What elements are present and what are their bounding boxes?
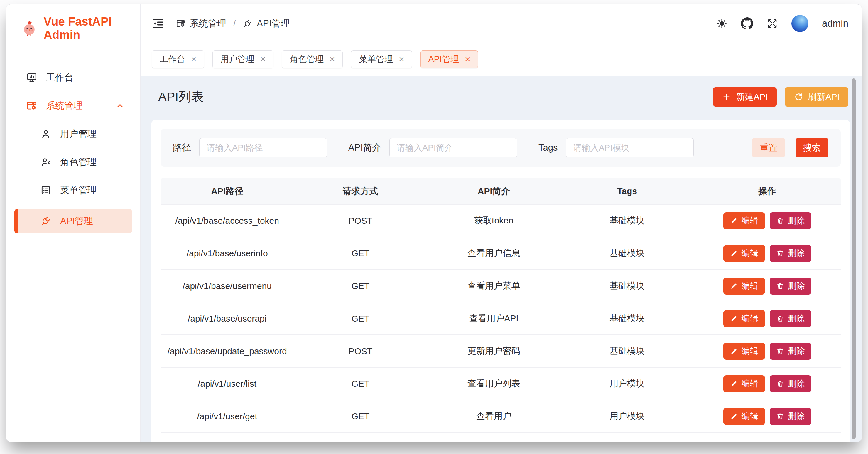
delete-button[interactable]: 删除 — [770, 212, 811, 229]
edit-button[interactable]: 编辑 — [723, 310, 765, 327]
edit-button[interactable]: 编辑 — [723, 212, 765, 229]
delete-button[interactable]: 删除 — [770, 408, 811, 425]
sidebar-item-users[interactable]: 用户管理 — [14, 124, 132, 144]
edit-label: 编辑 — [742, 313, 758, 324]
main-area: 系统管理 / API管理 — [141, 4, 862, 442]
api-path-cell: /api/v1/base/usermenu — [160, 281, 294, 291]
breadcrumb: 系统管理 / API管理 — [176, 17, 290, 30]
delete-button[interactable]: 删除 — [770, 343, 811, 360]
table-row-clipped — [160, 433, 841, 442]
api-path-cell: /api/v1/base/update_password — [160, 346, 294, 356]
search-button[interactable]: 搜索 — [796, 138, 828, 158]
edit-button[interactable]: 编辑 — [723, 278, 765, 294]
table-row: /api/v1/base/userinfo GET 查看用户信息 基础模块 编辑… — [160, 237, 841, 270]
api-method-cell: GET — [294, 281, 427, 291]
header-bar: 系统管理 / API管理 — [141, 4, 862, 42]
trash-icon — [776, 282, 784, 290]
edit-button[interactable]: 编辑 — [723, 375, 765, 392]
trash-icon — [776, 347, 784, 355]
table-row: /api/v1/user/get GET 查看用户 用户模块 编辑 删除 — [160, 400, 841, 433]
new-api-label: 新建API — [736, 91, 768, 103]
tab-apis[interactable]: API管理 × — [420, 50, 478, 68]
sidebar-collapse-icon[interactable] — [152, 17, 165, 30]
tab-label: API管理 — [428, 53, 459, 65]
api-path-cell: /api/v1/base/access_token — [160, 216, 294, 226]
close-icon[interactable]: × — [260, 55, 266, 64]
close-icon[interactable]: × — [399, 55, 404, 64]
filter-buttons: 重置 搜索 — [752, 138, 828, 158]
table-row: /api/v1/base/update_password POST 更新用户密码… — [160, 335, 841, 368]
sidebar-item-workbench[interactable]: 工作台 — [14, 68, 132, 87]
page-title: API列表 — [158, 88, 204, 106]
sidebar-item-label: 工作台 — [46, 72, 73, 84]
trash-icon — [776, 380, 784, 388]
delete-button[interactable]: 删除 — [770, 278, 811, 294]
tags-input[interactable] — [566, 138, 694, 158]
breadcrumb-label: 系统管理 — [190, 17, 226, 30]
delete-button[interactable]: 删除 — [770, 310, 811, 327]
edit-button[interactable]: 编辑 — [723, 408, 765, 425]
sidebar-item-apis[interactable]: API管理 — [14, 209, 132, 233]
tab-users[interactable]: 用户管理 × — [213, 50, 274, 68]
user-avatar[interactable] — [792, 15, 808, 32]
row-actions: 编辑 删除 — [694, 310, 841, 327]
path-input[interactable] — [199, 138, 327, 158]
row-actions: 编辑 删除 — [694, 375, 841, 392]
api-summary-cell: 更新用户密码 — [427, 345, 560, 357]
column-header: API路径 — [160, 185, 294, 197]
breadcrumb-item-system[interactable]: 系统管理 — [176, 17, 226, 30]
tab-menus[interactable]: 菜单管理 × — [351, 50, 412, 68]
close-icon[interactable]: × — [330, 55, 335, 64]
column-header: 请求方式 — [294, 185, 427, 197]
sidebar-menu: 工作台 系统管理 — [6, 49, 140, 240]
summary-label: API简介 — [348, 142, 381, 154]
new-api-button[interactable]: 新建API — [713, 87, 776, 107]
delete-label: 删除 — [788, 378, 805, 390]
path-label: 路径 — [173, 142, 191, 154]
api-method-cell: GET — [294, 249, 427, 258]
edit-button[interactable]: 编辑 — [723, 343, 765, 360]
summary-input[interactable] — [390, 138, 517, 158]
api-plug-icon — [243, 19, 253, 28]
app-title: Vue FastAPI Admin — [44, 15, 134, 41]
reset-button[interactable]: 重置 — [752, 138, 785, 158]
sidebar-item-menus[interactable]: 菜单管理 — [14, 180, 132, 200]
page-content: API列表 新建API 刷新API — [141, 76, 862, 442]
close-icon[interactable]: × — [191, 55, 196, 64]
pencil-icon — [730, 314, 738, 323]
pencil-icon — [730, 412, 738, 421]
filter-summary: API简介 — [348, 138, 517, 158]
sidebar-item-label: API管理 — [60, 215, 93, 227]
pencil-icon — [730, 380, 738, 388]
tab-roles[interactable]: 角色管理 × — [282, 50, 343, 68]
sidebar-item-roles[interactable]: 角色管理 — [14, 152, 132, 172]
api-summary-cell: 获取token — [427, 215, 560, 227]
close-icon[interactable]: × — [465, 55, 470, 64]
sidebar-item-system[interactable]: 系统管理 — [14, 96, 132, 115]
api-summary-cell: 查看用户菜单 — [427, 280, 560, 292]
edit-label: 编辑 — [742, 280, 758, 292]
plus-icon — [722, 92, 731, 102]
tab-workbench[interactable]: 工作台 × — [152, 50, 204, 68]
username-label[interactable]: admin — [822, 18, 848, 29]
delete-button[interactable]: 删除 — [770, 375, 811, 392]
breadcrumb-separator: / — [233, 19, 236, 28]
breadcrumb-item-api[interactable]: API管理 — [243, 17, 290, 30]
refresh-api-button[interactable]: 刷新API — [785, 87, 848, 107]
vertical-scrollbar[interactable] — [851, 78, 856, 439]
user-icon — [40, 128, 51, 140]
edit-button[interactable]: 编辑 — [723, 245, 765, 262]
delete-button[interactable]: 删除 — [770, 245, 811, 262]
github-icon[interactable] — [741, 17, 753, 30]
theme-toggle-icon[interactable] — [716, 18, 727, 29]
api-summary-cell: 查看用户列表 — [427, 378, 560, 390]
api-table-body: /api/v1/base/access_token POST 获取token 基… — [160, 205, 841, 433]
fullscreen-icon[interactable] — [767, 18, 778, 29]
api-summary-cell: 查看用户信息 — [427, 247, 560, 259]
tab-bar: 工作台 × 用户管理 × 角色管理 × 菜单管理 × API管理 × — [141, 42, 862, 76]
api-plug-icon — [40, 216, 51, 227]
table-row: /api/v1/base/usermenu GET 查看用户菜单 基础模块 编辑… — [160, 270, 841, 303]
api-path-cell: /api/v1/base/userinfo — [160, 249, 294, 258]
api-tags-cell: 基础模块 — [560, 280, 694, 292]
tab-label: 菜单管理 — [359, 53, 393, 65]
